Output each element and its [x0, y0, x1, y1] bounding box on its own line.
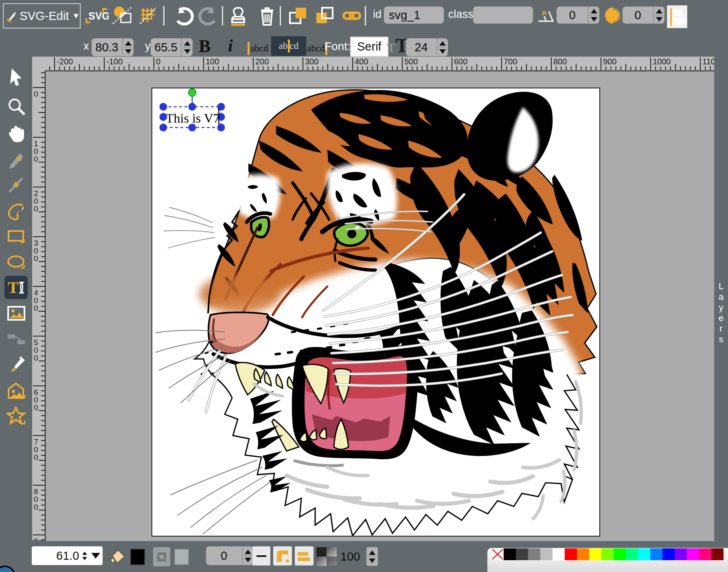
svg-text:T: T — [8, 278, 19, 297]
svg-text:SVG: SVG — [88, 10, 109, 22]
